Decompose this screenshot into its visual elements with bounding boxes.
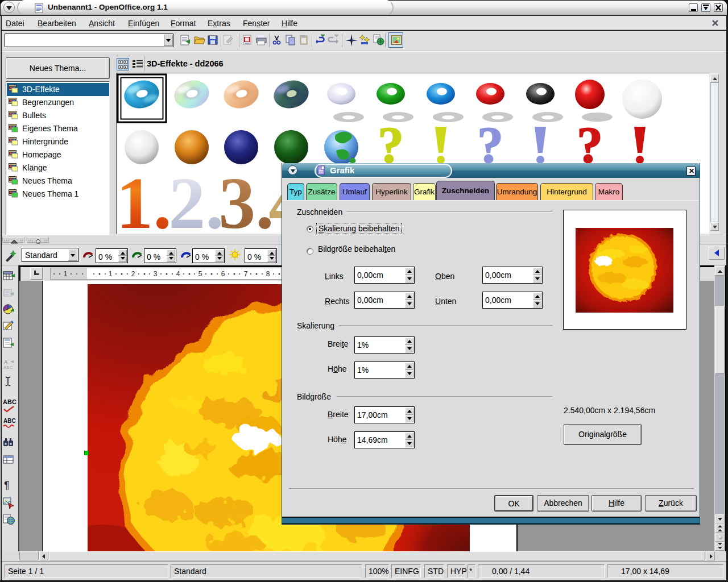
- svg-text:ABC: ABC: [3, 418, 16, 424]
- svg-text:2.: 2.: [168, 162, 224, 234]
- svg-text:3.: 3.: [218, 162, 274, 234]
- svg-text:5: 5: [198, 270, 202, 278]
- svg-text:ABC: ABC: [3, 398, 16, 405]
- svg-text:3: 3: [154, 270, 158, 278]
- svg-text:1: 1: [109, 270, 113, 278]
- svg-text:¶: ¶: [4, 480, 10, 491]
- svg-text:7: 7: [244, 270, 248, 278]
- svg-text:2: 2: [131, 270, 135, 278]
- svg-text:6: 6: [221, 270, 225, 278]
- svg-text:ABC: ABC: [3, 365, 13, 370]
- svg-text:1: 1: [64, 270, 68, 278]
- svg-text:8: 8: [266, 270, 270, 278]
- svg-text:A: A: [4, 359, 8, 365]
- svg-text:1.: 1.: [117, 162, 172, 234]
- svg-text:4: 4: [176, 270, 180, 278]
